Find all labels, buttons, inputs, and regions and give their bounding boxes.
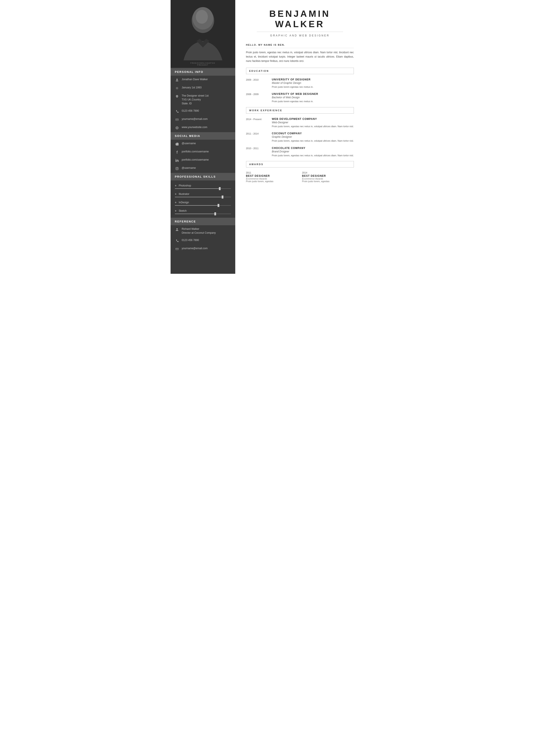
edu-role: Bachelor of Web Design xyxy=(272,96,318,99)
website-url: www.yourwebsite.com xyxy=(182,125,208,129)
sun-icon xyxy=(175,86,179,90)
reference-heading: REFERENCE xyxy=(171,218,235,225)
edu-institution: UNIVERSITY OF WEB DESIGNER xyxy=(272,93,318,95)
sidebar-ref-name-item: Richard Walker Director at Coconut Compa… xyxy=(171,225,235,236)
twitter-handle: @username xyxy=(182,141,196,145)
email-icon xyxy=(175,118,179,122)
skill-item: + InDesign xyxy=(171,200,235,208)
linkedin-icon xyxy=(175,158,179,163)
social-media-heading: SOCIAL MEDIA xyxy=(171,132,235,140)
intro-text: Proin justo lorem, egestas nec metus in,… xyxy=(246,50,354,63)
photo-placeholder xyxy=(171,0,235,60)
award-org: Ecommerce Awards xyxy=(302,177,354,180)
svg-point-24 xyxy=(176,228,178,230)
work-heading: WORK EXPERIENCE xyxy=(246,107,354,114)
instagram-handle: @username xyxy=(182,166,196,170)
skill-bar xyxy=(175,205,231,206)
skill-bar xyxy=(175,197,231,197)
work-entry: 2014 - Present WEB DEVELOPMENT COMPANY W… xyxy=(246,118,354,128)
award-item: 2011 BEST DESIGNER Ecommerce Awards Proi… xyxy=(246,171,298,183)
phone-number: 0123 456 7890 xyxy=(182,109,199,113)
full-name: Jonathan Dave Walker xyxy=(182,77,208,81)
awards-section: 2011 BEST DESIGNER Ecommerce Awards Proi… xyxy=(246,171,354,183)
award-item: 2014 BEST DESIGNER Ecommerce Awards Proi… xyxy=(302,171,354,183)
date-of-birth: January 1st 1993 xyxy=(182,86,202,90)
resume-job-title: GRAPHIC AND WEB DESIGNER xyxy=(246,34,354,37)
skill-plus-icon: + xyxy=(175,201,177,204)
intro-heading: HELLO. MY NAME IS BEN. xyxy=(246,43,354,48)
ref-phone-icon xyxy=(175,239,179,243)
main-content: BENJAMIN WALKER GRAPHIC AND WEB DESIGNER… xyxy=(235,0,365,274)
skill-name: Photoshop xyxy=(179,184,191,187)
skill-name: InDesign xyxy=(179,201,189,204)
skills-section: + Photoshop + Illustrator + InDesign xyxy=(171,180,235,217)
svg-line-12 xyxy=(178,87,178,88)
sidebar-ref-email-item: yourname@email.com xyxy=(171,245,235,253)
work-years: 2014 - Present xyxy=(246,118,266,128)
work-entry: 2011 - 2014 COCONUT COMPANY Graphic Desi… xyxy=(246,132,354,143)
svg-point-4 xyxy=(176,79,178,80)
ref-person-icon xyxy=(175,228,179,232)
ref-email: yourname@email.com xyxy=(182,246,208,250)
svg-point-22 xyxy=(176,168,178,169)
sidebar-name-item: Jonathan Dave Walker xyxy=(171,76,235,84)
svg-rect-21 xyxy=(176,167,178,170)
skill-item: + Sketch xyxy=(171,208,235,216)
work-body: COCONUT COMPANY Graphic Designer Proin j… xyxy=(272,132,354,143)
phone-icon xyxy=(175,109,179,114)
site-watermark: FREEDOWNLOADPSD PRESENT xyxy=(171,60,235,68)
site-name: FREEDOWNLOADPSD xyxy=(171,62,235,64)
personal-info-heading: PERSONAL INFO xyxy=(171,68,235,76)
skill-bar xyxy=(175,188,231,189)
skill-name: Illustrator xyxy=(179,193,189,196)
work-company: COCONUT COMPANY xyxy=(272,132,354,135)
awards-heading: AWARDS xyxy=(246,161,354,168)
skill-bar xyxy=(175,214,231,214)
edu-desc: Proin justo lorem egestas nec metus in. xyxy=(272,85,314,89)
skills-heading: PROFESSIONAL SKILLS xyxy=(171,173,235,180)
skill-indicator xyxy=(217,204,219,207)
globe-icon xyxy=(175,126,179,130)
skill-plus-icon: + xyxy=(175,192,177,196)
edu-body: UNIVERSITY OF WEB DESIGNER Bachelor of W… xyxy=(272,93,318,103)
work-role: Graphic Designer xyxy=(272,135,354,138)
sidebar-linkedin-item: portfolio.com/username xyxy=(171,156,235,164)
skill-plus-icon: + xyxy=(175,209,177,213)
svg-line-10 xyxy=(176,87,176,88)
sidebar-email-item: yourname@email.com xyxy=(171,115,235,123)
svg-point-20 xyxy=(176,159,176,159)
work-entry: 2010 - 2011 CHOCOLATE COMPANY Brand Drsi… xyxy=(246,147,354,157)
svg-rect-19 xyxy=(176,160,176,162)
edu-years: 2009 - 2010 xyxy=(246,78,266,89)
edu-institution: UNIVERSITY OF DESIGNER xyxy=(272,78,314,81)
sidebar: FREEDOWNLOADPSD PRESENT PERSONAL INFO Jo… xyxy=(171,0,235,274)
award-desc: Proin justo lorem, egestas xyxy=(302,180,354,183)
work-desc: Proin justo lorem, egestas nec netus in,… xyxy=(272,139,354,143)
sidebar-ref-phone-item: 0123 456 7890 xyxy=(171,236,235,245)
skill-name: Sketch xyxy=(179,209,187,212)
work-years: 2010 - 2011 xyxy=(246,147,266,157)
skill-bar-fill xyxy=(175,188,220,189)
sidebar-dob-item: January 1st 1993 xyxy=(171,84,235,92)
skill-indicator xyxy=(222,196,223,199)
sidebar-instagram-item: @username xyxy=(171,164,235,173)
award-desc: Proin justo lorem, egestas xyxy=(246,180,298,183)
award-year: 2014 xyxy=(302,171,354,174)
profile-photo-area xyxy=(171,0,235,60)
svg-point-3 xyxy=(196,10,208,24)
skill-indicator xyxy=(214,212,216,215)
svg-point-23 xyxy=(178,168,178,168)
work-section: 2014 - Present WEB DEVELOPMENT COMPANY W… xyxy=(246,118,354,157)
sidebar-address-item: The Designer street 1st TXS UK.Country S… xyxy=(171,92,235,107)
education-entry: 2009 - 2010 UNIVERSITY OF DESIGNER Maste… xyxy=(246,78,354,89)
resume-name: BENJAMIN WALKER xyxy=(246,9,354,30)
facebook-icon xyxy=(175,150,179,154)
skill-item: + Illustrator xyxy=(171,191,235,200)
sidebar-facebook-item: portfolio.com/username xyxy=(171,148,235,156)
edu-body: UNIVERSITY OF DESIGNER Master of Graphic… xyxy=(272,78,314,89)
award-title: BEST DESIGNER xyxy=(302,175,354,177)
work-company: CHOCOLATE COMPANY xyxy=(272,147,354,149)
svg-point-5 xyxy=(176,88,178,89)
sidebar-phone-item: 0123 456 7890 xyxy=(171,107,235,115)
location-icon xyxy=(175,94,179,98)
